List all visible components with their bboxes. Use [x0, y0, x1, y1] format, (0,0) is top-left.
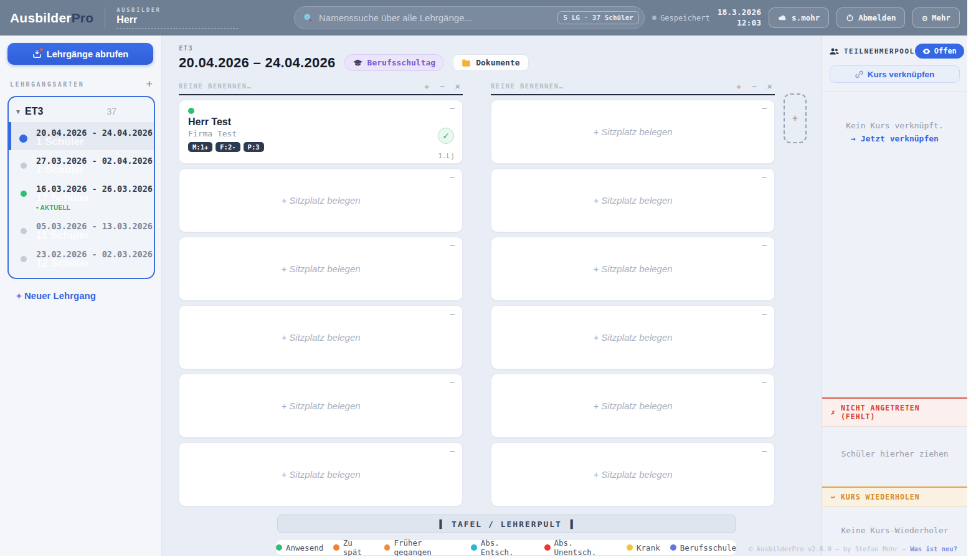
pool-header: TEILNEHMERPOOL Offen [822, 36, 967, 59]
repeat-section-label: KURS WIEDERHOLEN [841, 493, 920, 501]
breadcrumb-group-label: ET3 [179, 44, 822, 52]
berufsschultag-label: Berufsschultag [367, 58, 436, 67]
remove-seat-icon[interactable]: − [751, 81, 757, 92]
student-company: Firma Test [188, 129, 453, 138]
save-status-dot-icon [652, 16, 656, 20]
pool-spacer [822, 146, 967, 397]
attendance-check-icon[interactable]: ✓ [438, 128, 454, 144]
missing-dropzone[interactable]: Schüler hierher ziehen [822, 427, 967, 486]
current-time: 12:03 [718, 18, 761, 29]
student-year-label: 1.Lj [438, 152, 455, 160]
link-now-link[interactable]: → Jetzt verknüpfen [822, 133, 967, 146]
seat-minus-icon[interactable]: – [450, 103, 455, 113]
user-name-label: s.mohr [792, 13, 820, 22]
pool-divider [822, 92, 967, 92]
course-group-header[interactable]: ▾ ET3 37 [9, 100, 154, 122]
course-item-0[interactable]: 20.04.2026 - 24.04.2026 1 Schüler [9, 122, 154, 150]
download-inbox-icon [32, 49, 42, 59]
berufsschultag-badge[interactable]: Berufsschultag [344, 54, 445, 71]
page-title: 20.04.2026 – 24.04.2026 [179, 55, 336, 71]
column-underline [491, 94, 775, 95]
legend-item: Abs. Unentsch. [544, 538, 617, 556]
seat-minus-icon[interactable]: – [450, 171, 455, 181]
more-button[interactable]: ⚙ Mehr [912, 7, 960, 28]
repeat-section-header: ↩ KURS WIEDERHOLEN [822, 486, 967, 507]
seat-minus-icon[interactable]: – [450, 445, 455, 455]
empty-seat[interactable]: –+ Sitzplatz belegen [179, 237, 463, 301]
empty-seat[interactable]: –+ Sitzplatz belegen [179, 374, 463, 438]
seat-minus-icon[interactable]: – [450, 308, 455, 318]
seat-minus-icon[interactable]: – [762, 240, 767, 250]
global-search[interactable]: 5 LG · 37 Schüler [294, 6, 645, 29]
search-input[interactable] [313, 12, 557, 23]
student-name: Herr Test [188, 116, 453, 128]
remove-seat-icon[interactable]: − [439, 81, 445, 92]
main-area: ET3 20.04.2026 – 24.04.2026 Berufsschult… [162, 36, 822, 556]
seat-minus-icon[interactable]: – [762, 103, 767, 113]
participant-pool-sidebar: TEILNEHMERPOOL Offen Kurs verknüpfen Kei… [822, 36, 967, 556]
folder-icon [462, 59, 471, 67]
new-course-link[interactable]: + Neuer Lehrgang [16, 290, 96, 301]
seat-minus-icon[interactable]: – [762, 377, 767, 387]
user-account-button[interactable]: s.mohr [769, 7, 829, 28]
seat-minus-icon[interactable]: – [762, 308, 767, 318]
app-window: AusbilderPro AUSBILDER 5 LG · 37 Schüler… [0, 0, 967, 556]
column-controls: + − × [736, 81, 775, 92]
row-name-input[interactable] [179, 82, 424, 90]
seat-card-student[interactable]: – Herr Test Firma Test M:1+ F:2- P:3 ✓ 1… [179, 100, 463, 164]
empty-seat[interactable]: –+ Sitzplatz belegen [179, 305, 463, 369]
course-group-et3: ▾ ET3 37 20.04.2026 - 24.04.2026 1 Schül… [7, 96, 155, 279]
empty-seat[interactable]: –+ Sitzplatz belegen [491, 168, 775, 232]
delete-column-icon[interactable]: × [767, 81, 772, 92]
dokumente-button[interactable]: Dokumente [453, 54, 528, 71]
seat-minus-icon[interactable]: – [762, 445, 767, 455]
link-course-button[interactable]: Kurs verknüpfen [830, 65, 960, 83]
add-course-type-button[interactable]: + [146, 78, 153, 90]
seat-minus-icon[interactable]: – [762, 171, 767, 181]
empty-seat[interactable]: –+ Sitzplatz belegen [179, 442, 463, 506]
empty-seat[interactable]: –+ Sitzplatz belegen [491, 237, 775, 301]
empty-seat[interactable]: –+ Sitzplatz belegen [491, 100, 775, 164]
add-column-button[interactable]: + [784, 93, 807, 143]
missing-section-label: NICHT ANGETRETEN (FEHLT) [841, 404, 959, 421]
course-item-4[interactable]: 23.02.2026 - 02.03.2026 12 Schüler [9, 244, 154, 272]
add-seat-icon[interactable]: + [736, 81, 742, 92]
ausbilder-label: AUSBILDER [116, 7, 241, 13]
empty-seat[interactable]: –+ Sitzplatz belegen [491, 442, 775, 506]
arrow-right-icon: → [851, 134, 856, 143]
grade-tag[interactable]: P:3 [244, 142, 264, 152]
grade-tag[interactable]: F:2- [216, 142, 240, 152]
gear-icon: ⚙ [922, 14, 927, 22]
logout-button[interactable]: Abmelden [836, 7, 905, 28]
pool-open-toggle-button[interactable]: Offen [915, 44, 964, 59]
whats-new-link[interactable]: Was ist neu? [910, 545, 957, 553]
course-group-count: 37 [107, 107, 116, 116]
empty-seat[interactable]: –+ Sitzplatz belegen [179, 168, 463, 232]
seat-minus-icon[interactable]: – [450, 377, 455, 387]
empty-seat[interactable]: –+ Sitzplatz belegen [491, 374, 775, 438]
teacher-desk-bar: ▌ TAFEL / LEHRERPULT ▐ [277, 515, 736, 533]
add-seat-icon[interactable]: + [424, 81, 430, 92]
current-date: 18.3.2026 [718, 7, 761, 18]
student-grade-tags: M:1+ F:2- P:3 [188, 142, 453, 152]
fetch-courses-button[interactable]: Lehrgänge abrufen [7, 43, 153, 65]
course-item-3[interactable]: 05.03.2026 - 13.03.2026 11 Schüler [9, 216, 154, 244]
grade-tag[interactable]: M:1+ [188, 142, 212, 152]
empty-seat[interactable]: –+ Sitzplatz belegen [491, 305, 775, 369]
footer-text: © AusbilderPro v2.6.0 – by Stefan Mohr – [749, 545, 910, 553]
current-course-badge: • AKTUELL [36, 204, 148, 211]
no-course-label: Kein Kurs verknüpft. [822, 120, 967, 133]
more-label: Mehr [932, 13, 950, 22]
row-name-input[interactable] [491, 82, 736, 90]
course-item-2[interactable]: 16.03.2026 - 26.03.2026 12 Schüler • AKT… [9, 178, 154, 216]
power-icon [846, 14, 854, 22]
delete-column-icon[interactable]: × [455, 81, 460, 92]
search-icon [303, 13, 313, 22]
course-status-dot-icon [19, 135, 27, 143]
left-sidebar: Lehrgänge abrufen LEHRGANGSARTEN + ▾ ET3… [0, 36, 162, 556]
course-item-1[interactable]: 27.03.2026 - 02.04.2026 1 Schüler [9, 150, 154, 178]
app-version-footer: © AusbilderPro v2.6.0 – by Stefan Mohr –… [749, 545, 957, 553]
seat-minus-icon[interactable]: – [450, 240, 455, 250]
ausbilder-name-field[interactable] [116, 14, 238, 29]
logo-text-main: Ausbilder [10, 11, 72, 25]
